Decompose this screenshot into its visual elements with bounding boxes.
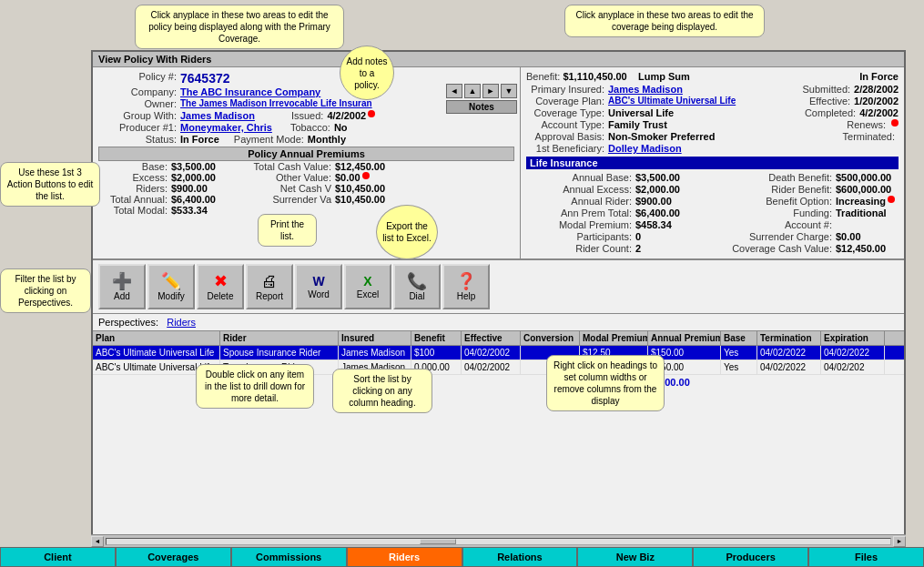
tooltip-action-buttons: Use these 1st 3 Action Buttons to edit t… bbox=[0, 162, 100, 207]
row1-plan: ABC's Ultimate Universal Life bbox=[93, 346, 220, 359]
nav-up-btn[interactable]: ▲ bbox=[464, 84, 481, 98]
col-modal-premium[interactable]: Modal Premium bbox=[580, 331, 648, 345]
tab-commissions[interactable]: Commissions bbox=[231, 547, 347, 567]
tooltip-double-click: Double click on any item in the list to … bbox=[196, 364, 314, 409]
tooltip-top-left: Click anyplace in these two areas to edi… bbox=[135, 5, 344, 49]
col-termination[interactable]: Termination bbox=[757, 331, 821, 345]
tab-producers[interactable]: Producers bbox=[693, 547, 808, 567]
policy-producer: Moneymaker, Chris bbox=[180, 122, 272, 133]
tab-relations[interactable]: Relations bbox=[462, 547, 578, 567]
indicator-dot-2 bbox=[362, 172, 370, 179]
coverage-approval: Non-Smoker Preferred bbox=[608, 131, 715, 142]
policy-payment: Monthly bbox=[308, 134, 346, 145]
policy-status-row: Status: In Force Payment Mode: Monthly bbox=[98, 134, 514, 145]
dial-button[interactable]: 📞 Dial bbox=[393, 264, 441, 309]
perspectives-label: Perspectives: bbox=[98, 317, 158, 328]
tab-new-biz[interactable]: New Biz bbox=[577, 547, 693, 567]
list-row-1[interactable]: ABC's Ultimate Universal Life Spouse Ins… bbox=[93, 346, 904, 360]
row2-termination: 04/02/2022 bbox=[757, 360, 821, 374]
policy-owner: The James Madison Irrevocable Life Insur… bbox=[180, 98, 372, 109]
excel-icon: X bbox=[363, 275, 371, 288]
coverage-completed: 4/2/2002 bbox=[859, 107, 899, 118]
scroll-left-btn[interactable]: ◄ bbox=[91, 536, 104, 547]
premiums-total-annual-row: Total Annual: $6,400.00 Surrender Va $10… bbox=[98, 194, 514, 205]
col-insured[interactable]: Insured bbox=[339, 331, 411, 345]
horizontal-scrollbar[interactable]: ◄ ► bbox=[91, 534, 906, 547]
tooltip-sort: Sort the list by clicking on any column … bbox=[332, 369, 432, 413]
policy-coverage-section[interactable]: Policy #: 7645372 Company: The ABC Insur… bbox=[93, 67, 904, 259]
help-icon: ❓ bbox=[456, 273, 476, 289]
coverage-in-force: In Force bbox=[859, 71, 899, 82]
delete-button[interactable]: ✖ Delete bbox=[197, 264, 244, 309]
indicator-dot-3 bbox=[891, 119, 899, 127]
tooltip-export: Export the list to Excel. bbox=[376, 205, 438, 259]
tooltip-right-click: Right click on headings to set column wi… bbox=[546, 355, 665, 411]
col-conversion[interactable]: Conversion bbox=[521, 331, 580, 345]
row1-effective: 04/02/2002 bbox=[462, 346, 521, 359]
row1-base: Yes bbox=[721, 346, 757, 359]
coverage-primary-insured: James Madison bbox=[608, 84, 683, 95]
scroll-right-btn[interactable]: ► bbox=[893, 536, 906, 547]
tooltip-print: Print the list. bbox=[258, 214, 317, 247]
main-window: View Policy With Riders Policy #: 764537… bbox=[91, 50, 906, 542]
coverage-account-type: Family Trust bbox=[608, 119, 667, 130]
add-icon: ➕ bbox=[112, 273, 132, 289]
premiums-riders-row: Riders: $900.00 Net Cash V $10,450.00 bbox=[98, 183, 514, 194]
indicator-dot-1 bbox=[368, 110, 375, 117]
coverage-right-panel[interactable]: Benefit: $1,110,450.00 Lump Sum In Force… bbox=[521, 67, 904, 258]
add-button[interactable]: ➕ Add bbox=[98, 264, 146, 309]
list-header[interactable]: Plan Rider Insured Benefit Effective Con… bbox=[93, 331, 904, 346]
row1-expiration: 04/02/2022 bbox=[821, 346, 885, 359]
tab-client[interactable]: Client bbox=[0, 547, 116, 567]
word-icon: W bbox=[312, 275, 324, 288]
col-base[interactable]: Base bbox=[721, 331, 757, 345]
coverage-lump-sum: Lump Sum bbox=[638, 71, 690, 82]
premiums-header: Policy Annual Premiums bbox=[98, 147, 514, 161]
action-buttons-row: ➕ Add ✏️ Modify ✖ Delete 🖨 Report W Word… bbox=[93, 259, 904, 314]
col-expiration[interactable]: Expiration bbox=[821, 331, 885, 345]
nav-right-btn[interactable]: ► bbox=[482, 84, 499, 98]
help-button[interactable]: ❓ Help bbox=[442, 264, 490, 309]
total-annual-premium: $900.00 bbox=[654, 377, 726, 388]
policy-producer-row: Producer #1: Moneymaker, Chris Tobacco: … bbox=[98, 122, 514, 133]
dial-icon: 📞 bbox=[407, 273, 427, 289]
window-title: View Policy With Riders bbox=[98, 54, 211, 65]
report-icon: 🖨 bbox=[261, 273, 278, 289]
nav-down-btn[interactable]: ▼ bbox=[501, 84, 517, 98]
policy-tobacco: No bbox=[334, 122, 348, 133]
nav-left-btn[interactable]: ◄ bbox=[446, 84, 462, 98]
row1-termination: 04/02/2022 bbox=[757, 346, 821, 359]
modify-button[interactable]: ✏️ Modify bbox=[147, 264, 195, 309]
row1-benefit: $100 bbox=[411, 346, 462, 359]
indicator-dot-4 bbox=[888, 196, 895, 203]
tooltip-top-right: Click anyplace in these two areas to edi… bbox=[564, 5, 765, 37]
scroll-thumb[interactable] bbox=[420, 539, 456, 544]
policy-number: 7645372 bbox=[180, 71, 230, 86]
notes-area: ◄ ▲ ► ▼ Notes bbox=[446, 84, 517, 114]
col-rider[interactable]: Rider bbox=[220, 331, 339, 345]
coverage-plan: ABC's Ultimate Universal Life bbox=[608, 96, 736, 106]
delete-icon: ✖ bbox=[214, 273, 228, 289]
premiums-excess-row: Excess: $2,000.00 Other Value: $0.00 bbox=[98, 172, 514, 183]
premiums-section: Policy Annual Premiums Base: $3,500.00 T… bbox=[98, 147, 514, 216]
word-button[interactable]: W Word bbox=[295, 264, 342, 309]
policy-group: James Madison bbox=[180, 110, 255, 121]
col-effective[interactable]: Effective bbox=[462, 331, 521, 345]
tab-riders[interactable]: Riders bbox=[347, 547, 462, 567]
report-button[interactable]: 🖨 Report bbox=[246, 264, 293, 309]
tooltip-notes: Add notes to a policy. bbox=[340, 46, 394, 100]
tab-coverages[interactable]: Coverages bbox=[116, 547, 231, 567]
row1-insured: James Madison bbox=[339, 346, 411, 359]
scroll-track[interactable] bbox=[106, 538, 891, 545]
col-annual-premium[interactable]: Annual Premium bbox=[648, 331, 721, 345]
perspectives-riders-link[interactable]: Riders bbox=[167, 317, 196, 328]
coverage-type: Universal Life bbox=[608, 107, 674, 118]
excel-button[interactable]: X Excel bbox=[344, 264, 391, 309]
col-plan[interactable]: Plan bbox=[93, 331, 220, 345]
policy-company: The ABC Insurance Company bbox=[180, 86, 320, 97]
perspectives-bar: Perspectives: Riders bbox=[93, 314, 904, 331]
modify-icon: ✏️ bbox=[161, 273, 181, 289]
bottom-tabs: Client Coverages Commissions Riders Rela… bbox=[0, 547, 924, 567]
col-benefit[interactable]: Benefit bbox=[411, 331, 462, 345]
tab-files[interactable]: Files bbox=[808, 547, 924, 567]
